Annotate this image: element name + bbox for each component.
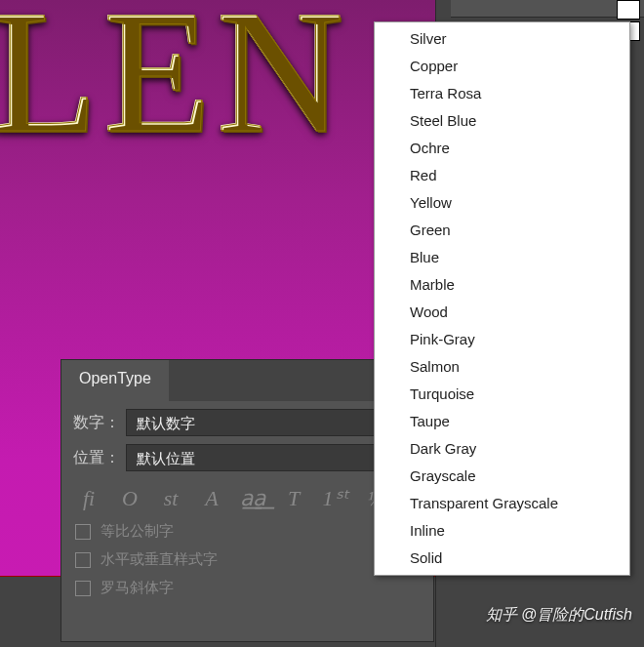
artboard-gold-text[interactable]: LEN bbox=[0, 0, 349, 173]
right-top-strip bbox=[451, 0, 644, 18]
menu-item[interactable]: Turquoise bbox=[375, 381, 629, 408]
titling-icon[interactable]: A bbox=[198, 485, 225, 512]
menu-item[interactable]: Dark Gray bbox=[375, 435, 629, 463]
menu-item[interactable]: Yellow bbox=[375, 189, 629, 217]
menu-item[interactable]: Green bbox=[375, 217, 629, 244]
menu-item[interactable]: Taupe bbox=[375, 408, 629, 435]
roman-italic-checkbox[interactable] bbox=[75, 581, 91, 596]
menu-item[interactable]: Pink-Gray bbox=[375, 326, 629, 353]
material-popup-menu[interactable]: SilverCopperTerra RosaSteel BlueOchreRed… bbox=[374, 21, 630, 576]
menu-item[interactable]: Inline bbox=[375, 517, 629, 545]
ordinals-icon[interactable]: 1ˢᵗ bbox=[321, 485, 348, 512]
hv-style-label: 水平或垂直样式字 bbox=[101, 550, 218, 569]
menu-item[interactable]: Wood bbox=[375, 299, 629, 326]
number-label: 数字： bbox=[73, 413, 120, 433]
menu-item[interactable]: Salmon bbox=[375, 353, 629, 381]
proportional-metrics-checkbox[interactable] bbox=[75, 524, 91, 540]
watermark: 知乎 @冒险的Cutfish bbox=[486, 605, 632, 626]
menu-item[interactable]: Blue bbox=[375, 244, 629, 271]
menu-item[interactable]: Solid bbox=[375, 545, 629, 572]
menu-item[interactable]: Marble bbox=[375, 271, 629, 299]
contextual-alt-icon[interactable]: a͟a͟ bbox=[239, 485, 266, 512]
fill-swatch[interactable] bbox=[617, 0, 640, 20]
menu-item[interactable]: Silver bbox=[375, 25, 629, 53]
tab-opentype[interactable]: OpenType bbox=[61, 360, 169, 401]
menu-item[interactable]: Steel Blue bbox=[375, 107, 629, 135]
swash-icon[interactable]: O bbox=[116, 485, 143, 512]
menu-item[interactable]: Grayscale bbox=[375, 463, 629, 490]
ligatures-icon[interactable]: fi bbox=[75, 485, 102, 512]
menu-item[interactable]: Transparent Grayscale bbox=[375, 490, 629, 517]
menu-item[interactable]: Copper bbox=[375, 53, 629, 80]
discretionary-ligatures-icon[interactable]: st bbox=[157, 485, 184, 512]
menu-item[interactable]: Terra Rosa bbox=[375, 80, 629, 107]
stylistic-alt-icon[interactable]: T bbox=[280, 485, 307, 512]
menu-item[interactable]: Ochre bbox=[375, 135, 629, 162]
menu-item[interactable]: Red bbox=[375, 162, 629, 189]
roman-italic-label: 罗马斜体字 bbox=[101, 579, 174, 597]
proportional-metrics-label: 等比公制字 bbox=[101, 522, 174, 541]
hv-style-checkbox[interactable] bbox=[75, 552, 91, 568]
position-label: 位置： bbox=[73, 448, 120, 468]
